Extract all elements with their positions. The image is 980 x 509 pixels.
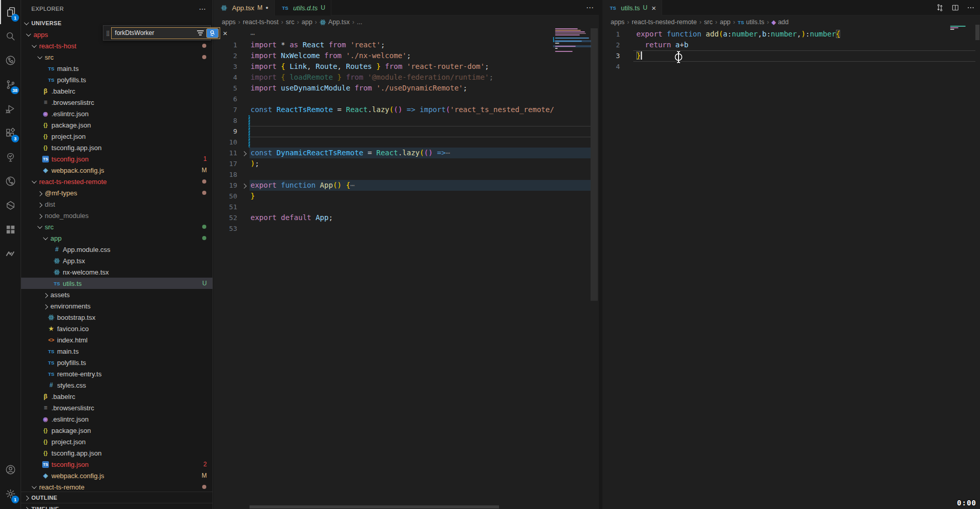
breadcrumb-item-src[interactable]: src <box>286 19 295 26</box>
tree-item-app[interactable]: app <box>21 232 212 244</box>
tree-item-webpack.config.js[interactable]: ◈webpack.config.jsM <box>21 165 212 176</box>
breadcrumb-item-react-ts-nested-remote[interactable]: react-ts-nested-remote <box>632 19 697 26</box>
more-icon[interactable] <box>967 4 975 12</box>
code-line-4[interactable]: 4 <box>602 61 980 72</box>
tree-item-utils.ts[interactable]: TSutils.tsU <box>21 278 212 289</box>
code-line-17[interactable]: 17); <box>213 158 599 169</box>
code-line-10[interactable]: 10 <box>213 137 599 148</box>
tree-item-@mf-types[interactable]: @mf-types <box>21 187 212 198</box>
tab-utils.d.ts[interactable]: TSutils.d.tsU <box>275 0 331 15</box>
tab-utils.ts[interactable]: TSutils.tsU× <box>602 0 662 15</box>
breadcrumb-item-App.tsx[interactable]: App.tsx <box>319 19 350 26</box>
git-graph-icon[interactable] <box>0 169 21 193</box>
drag-handle-icon[interactable]: ⣿ <box>106 30 110 36</box>
tree-item-dist[interactable]: dist <box>21 198 212 210</box>
remote-graph-icon[interactable] <box>0 48 21 72</box>
tree-item-main.ts[interactable]: TSmain.ts <box>21 63 212 74</box>
horizontal-scrollbar[interactable] <box>250 505 499 508</box>
breadcrumb-item-add[interactable]: ◈add <box>772 19 789 26</box>
tree-item-tsconfig.app.json[interactable]: {}tsconfig.app.json <box>21 142 212 153</box>
code-line-11[interactable]: 11const DynamicReactTsRemote = React.laz… <box>213 148 599 158</box>
tree-item-webpack.config.js[interactable]: ◈webpack.config.jsM <box>21 470 212 481</box>
tree-item-polyfills.ts[interactable]: TSpolyfills.ts <box>21 357 212 368</box>
code-line-2[interactable]: 2import NxWelcome from './nx-welcome'; <box>213 50 599 61</box>
fold-chevron-icon[interactable] <box>237 180 251 191</box>
code-line-18[interactable]: 18 <box>213 169 599 180</box>
tree-item-index.html[interactable]: <>index.html <box>21 334 212 346</box>
tree-item-react-ts-remote[interactable]: react-ts-remote <box>21 481 212 493</box>
tree-item-remote-entry.ts[interactable]: TSremote-entry.ts <box>21 368 212 379</box>
tree-item-.browserslistrc[interactable]: ≡.browserslistrc <box>21 97 212 108</box>
outline-section[interactable]: OUTLINE <box>21 492 212 503</box>
breadcrumb[interactable]: apps›react-ts-nested-remote›src›app›TSut… <box>602 15 980 29</box>
breadcrumb[interactable]: apps›react-ts-host›src›app›App.tsx›... <box>213 15 599 29</box>
breadcrumb-item-app[interactable]: app <box>720 19 730 26</box>
timeline-section[interactable]: TIMELINE <box>21 503 212 509</box>
tree-item-tsconfig.json[interactable]: TStsconfig.json2 <box>21 459 212 470</box>
run-debug-icon[interactable] <box>0 97 21 121</box>
tree-item-project.json[interactable]: {}project.json <box>21 436 212 447</box>
source-control-icon[interactable]: 38 <box>0 72 21 97</box>
code-line-1[interactable]: 1import * as React from 'react'; <box>213 40 599 50</box>
wave-icon[interactable] <box>0 242 21 266</box>
code-line-8[interactable]: 8 <box>213 115 599 126</box>
tree-item-styles.css[interactable]: #styles.css <box>21 379 212 391</box>
tree-item-.babelrc[interactable]: β.babelrc <box>21 391 212 402</box>
tree-item-nx-welcome.tsx[interactable]: nx-welcome.tsx <box>21 266 212 278</box>
breadcrumb-item-app[interactable]: app <box>301 19 312 26</box>
search-icon[interactable] <box>0 24 21 48</box>
minimap[interactable] <box>949 25 970 57</box>
breadcrumb-item-react-ts-host[interactable]: react-ts-host <box>243 19 278 26</box>
tree-item-main.ts[interactable]: TSmain.ts <box>21 346 212 357</box>
tree-item-react-ts-nested-remote[interactable]: react-ts-nested-remote <box>21 176 212 187</box>
dirty-dot-icon[interactable]: ● <box>265 5 268 10</box>
tree-item-favicon.ico[interactable]: ★favicon.ico <box>21 323 212 334</box>
breadcrumb-item-utils.ts[interactable]: TSutils.ts <box>738 19 764 26</box>
tree-item-.babelrc[interactable]: β.babelrc <box>21 85 212 97</box>
code-line-5[interactable]: 5import useDynamicModule from './useDyna… <box>213 83 599 94</box>
split-editor-icon[interactable] <box>951 4 959 12</box>
code-line-ellipsis[interactable]: ⋯ <box>213 29 599 40</box>
tree-item-react-ts-host[interactable]: react-ts-host <box>21 40 212 51</box>
minimap[interactable] <box>553 27 591 59</box>
breadcrumb-item-src[interactable]: src <box>704 19 713 26</box>
tree-item-assets[interactable]: assets <box>21 289 212 300</box>
code-editor-utils-ts[interactable]: 1export function add(a:number,b:number,)… <box>602 29 980 72</box>
breadcrumb-item-apps[interactable]: apps <box>222 19 236 26</box>
code-line-6[interactable]: 6 <box>213 94 599 104</box>
tree-item-package.json[interactable]: {}package.json <box>21 119 212 131</box>
tree-item-node_modules[interactable]: node_modules <box>21 210 212 221</box>
tree-item-project.json[interactable]: {}project.json <box>21 131 212 142</box>
code-line-7[interactable]: 7const ReactTsRemote = React.lazy(() => … <box>213 104 599 115</box>
code-line-19[interactable]: 19export function App() {⋯ <box>213 180 599 191</box>
tree-item-package.json[interactable]: {}package.json <box>21 425 212 436</box>
tree-item-environments[interactable]: environments <box>21 300 212 312</box>
tree-item-.browserslistrc[interactable]: ≡.browserslistrc <box>21 402 212 413</box>
tree-item-bootstrap.tsx[interactable]: bootstrap.tsx <box>21 312 212 323</box>
vertical-scrollbar[interactable] <box>591 28 598 301</box>
code-line-3[interactable]: 3} <box>602 50 980 61</box>
tab-App.tsx[interactable]: App.tsxM● <box>213 0 275 15</box>
explorer-more-actions-icon[interactable]: ⋯ <box>199 5 206 13</box>
tree-item-src[interactable]: src <box>21 51 212 63</box>
tree-item-.eslintrc.json[interactable]: ◉.eslintrc.json <box>21 108 212 119</box>
code-line-50[interactable]: 50} <box>213 191 599 202</box>
code-line-9[interactable]: 9 <box>213 126 599 137</box>
code-line-1[interactable]: 1export function add(a:number,b:number,)… <box>602 29 980 40</box>
tree-item-App.tsx[interactable]: App.tsx <box>21 255 212 266</box>
accounts-icon[interactable] <box>0 458 21 482</box>
compare-changes-icon[interactable] <box>936 4 944 12</box>
tree-item-polyfills.ts[interactable]: TSpolyfills.ts <box>21 74 212 85</box>
vertical-scrollbar[interactable] <box>975 25 979 40</box>
code-line-52[interactable]: 52export default App; <box>213 212 599 223</box>
close-icon[interactable]: × <box>223 29 227 38</box>
close-icon[interactable]: × <box>652 4 656 12</box>
tree-item-tsconfig.json[interactable]: TStsconfig.json1 <box>21 153 212 165</box>
projects-grid-icon[interactable] <box>0 217 21 242</box>
breadcrumb-item-...[interactable]: ... <box>357 19 362 26</box>
filter-icon[interactable] <box>197 30 204 35</box>
tree-item-src[interactable]: src <box>21 221 212 232</box>
settings-icon[interactable]: 1 <box>0 482 21 506</box>
tree-find-input[interactable] <box>115 29 194 37</box>
code-line-2[interactable]: 2 return a+b <box>602 40 980 50</box>
